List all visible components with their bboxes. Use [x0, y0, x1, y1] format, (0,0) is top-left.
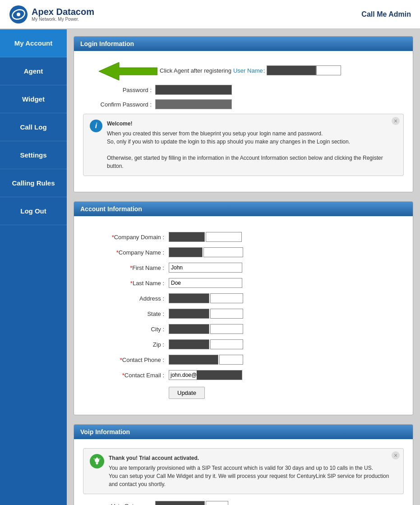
zip-row: Zip :	[97, 339, 390, 349]
voip-info-text: Thank you! Trial account activated. You …	[109, 454, 397, 488]
contact-email-row: *Contact Email : john.doe@	[97, 370, 390, 380]
state-row: State :	[97, 309, 390, 319]
sidebar-item-agent[interactable]: Agent	[0, 57, 67, 85]
logo-subtitle: My Network. My Power.	[32, 17, 94, 22]
logo-area: Apex Datacom My Network. My Power.	[9, 5, 94, 24]
contact-email-label: *Contact Email :	[97, 372, 169, 379]
sidebar-item-log-out[interactable]: Log Out	[0, 197, 67, 225]
confirm-input-area	[155, 99, 232, 109]
account-section-body: *Company Domain : *Company Name :	[74, 216, 413, 415]
sidebar-item-calling-rules[interactable]: Calling Rules	[0, 169, 67, 197]
green-arrow-icon	[99, 62, 157, 80]
confirm-password-row: Confirm Password :	[83, 99, 404, 109]
sidebar-item-widget[interactable]: Widget	[0, 85, 67, 113]
info-text-content: Welcome! When you created this server fr…	[107, 120, 397, 170]
address-row: Address :	[97, 293, 390, 303]
password-input-area	[155, 85, 232, 95]
city-label: City :	[97, 326, 169, 333]
voip-info-close-button[interactable]: ×	[392, 451, 400, 459]
state-label: State :	[97, 310, 169, 317]
voip-info-box: Thank you! Trial account activated. You …	[83, 448, 404, 494]
login-section-header: Login Information	[74, 37, 413, 51]
address-label: Address :	[97, 295, 169, 302]
voip-gateway-row: Voip Gateway :	[83, 501, 404, 505]
account-section: Account Information *Company Domain : *C	[74, 201, 413, 415]
company-domain-input	[169, 232, 242, 242]
last-name-field[interactable]	[169, 278, 242, 288]
confirm-dark-fill	[155, 99, 232, 109]
password-label: Password :	[83, 87, 155, 93]
company-domain-row: *Company Domain :	[97, 232, 390, 242]
city-row: City :	[97, 324, 390, 334]
voip-info-icon	[90, 454, 104, 468]
confirm-label: Confirm Password :	[83, 101, 155, 108]
lightbulb-icon	[92, 457, 102, 466]
login-section: Login Information Click Agent after regi…	[74, 36, 413, 192]
city-input	[169, 324, 243, 334]
company-name-input	[169, 247, 243, 257]
company-domain-label: *Company Domain :	[97, 234, 169, 241]
first-name-label: *First Name :	[97, 264, 169, 271]
first-name-row: *First Name :	[97, 263, 390, 273]
logo-title: Apex Datacom	[32, 7, 94, 17]
svg-point-4	[95, 458, 99, 463]
first-name-input[interactable]	[169, 263, 242, 273]
svg-line-9	[100, 459, 101, 459]
company-name-row: *Company Name :	[97, 247, 390, 257]
account-form: *Company Domain : *Company Name :	[83, 225, 404, 406]
svg-line-8	[94, 459, 95, 459]
first-name-field[interactable]	[169, 263, 242, 273]
svg-rect-5	[96, 463, 98, 463]
company-name-label: *Company Name :	[97, 249, 169, 256]
zip-label: Zip :	[97, 341, 169, 348]
sidebar: My Account Agent Widget Call Log Setting…	[0, 29, 67, 505]
contact-email-input: john.doe@	[169, 370, 242, 380]
voip-gateway-label: Voip Gateway :	[83, 503, 155, 505]
user-name-link: User Name	[233, 67, 263, 74]
svg-rect-6	[96, 463, 98, 464]
password-row: Password :	[83, 85, 404, 95]
sidebar-item-settings[interactable]: Settings	[0, 141, 67, 169]
content-area: Login Information Click Agent after regi…	[67, 29, 420, 505]
main-layout: My Account Agent Widget Call Log Setting…	[0, 29, 420, 505]
header: Apex Datacom My Network. My Power. Call …	[0, 0, 420, 29]
voip-gateway-input	[155, 501, 228, 505]
svg-marker-3	[99, 62, 157, 80]
info-icon: i	[90, 120, 102, 132]
login-section-body: Click Agent after registering User Name …	[74, 51, 413, 192]
click-agent-label: Click Agent after registering User Name …	[160, 65, 341, 75]
zip-input	[169, 339, 243, 349]
sidebar-item-call-log[interactable]: Call Log	[0, 113, 67, 141]
address-input	[169, 293, 243, 303]
state-input	[169, 309, 243, 319]
voip-section-body: Thank you! Trial account activated. You …	[74, 439, 413, 505]
contact-phone-label: *Contact Phone :	[97, 357, 169, 363]
account-section-header: Account Information	[74, 202, 413, 216]
logo-text-block: Apex Datacom My Network. My Power.	[32, 7, 94, 22]
contact-phone-row: *Contact Phone :	[97, 355, 390, 365]
username-dark-fill	[267, 65, 316, 75]
info-close-button[interactable]: ×	[392, 117, 400, 125]
username-light-fill	[316, 65, 341, 75]
last-name-input[interactable]	[169, 278, 242, 288]
login-info-box: i Welcome! When you created this server …	[83, 114, 404, 176]
logo-icon	[9, 5, 28, 24]
header-username: Call Me Admin	[361, 10, 411, 19]
update-button[interactable]: Update	[169, 387, 205, 399]
voip-section: Voip Information	[74, 424, 413, 505]
password-dark-fill	[155, 85, 232, 95]
sidebar-item-my-account[interactable]: My Account	[0, 29, 67, 57]
contact-phone-input	[169, 355, 243, 365]
update-button-row: Update	[169, 387, 390, 399]
last-name-label: *Last Name :	[97, 280, 169, 287]
last-name-row: *Last Name :	[97, 278, 390, 288]
voip-section-header: Voip Information	[74, 425, 413, 439]
svg-point-2	[17, 13, 20, 16]
